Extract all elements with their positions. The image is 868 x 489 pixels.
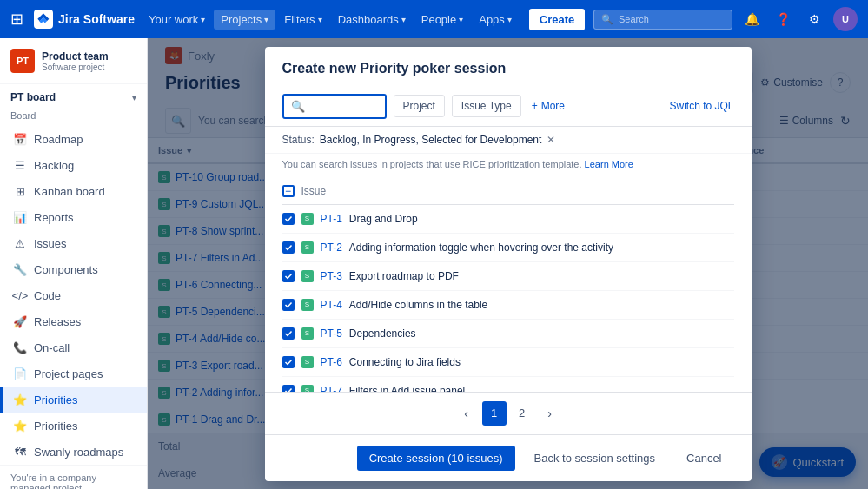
modal-status-bar: Status: Backlog, In Progress, Selected f…	[265, 127, 752, 154]
switch-to-jql-button[interactable]: Switch to JQL	[669, 100, 733, 112]
sidebar-item-roadmap[interactable]: 📅 Roadmap	[0, 126, 147, 152]
project-avatar: PT	[10, 49, 35, 73]
sidebar-item-label: Reports	[34, 211, 74, 224]
top-navigation: ⊞ Jira Software Your work ▾ Projects ▾ F…	[0, 0, 868, 38]
issue-text: Export roadmap to PDF	[349, 270, 459, 282]
code-icon: </>	[13, 288, 27, 302]
sidebar-item-reports[interactable]: 📊 Reports	[0, 204, 147, 230]
issue-checkbox[interactable]	[282, 270, 295, 282]
sidebar-item-backlog[interactable]: ☰ Backlog	[0, 152, 147, 178]
pages-icon: 📄	[13, 367, 27, 380]
cancel-button[interactable]: Cancel	[674, 446, 733, 471]
select-all-checkbox[interactable]	[282, 185, 295, 197]
issue-key[interactable]: PT-3	[321, 270, 342, 282]
sidebar-item-label: Backlog	[34, 159, 74, 172]
sidebar-item-issues[interactable]: ⚠ Issues	[0, 230, 147, 256]
modal-hint: You can search issues in projects that u…	[265, 154, 752, 175]
issue-text: Connecting to Jira fields	[349, 356, 461, 368]
sidebar-item-swanly[interactable]: 🗺 Swanly roadmaps	[0, 439, 147, 465]
pagination-page-2[interactable]: 2	[510, 401, 534, 426]
sidebar-item-components[interactable]: 🔧 Components	[0, 256, 147, 282]
modal-issue-list-header: Issue	[282, 178, 734, 205]
issue-checkbox[interactable]	[282, 299, 295, 311]
issue-key[interactable]: PT-4	[321, 299, 342, 311]
status-clear-button[interactable]: ✕	[547, 134, 555, 146]
nav-people[interactable]: People ▾	[414, 10, 470, 30]
chevron-icon: ▾	[318, 15, 322, 24]
modal-issue-row: S PT-2 Adding information toggle when ho…	[282, 234, 734, 262]
sidebar-project-header: PT Product team Software project	[0, 38, 147, 84]
chevron-icon: ▾	[201, 15, 205, 24]
learn-more-link[interactable]: Learn More	[585, 159, 633, 169]
notifications-button[interactable]: 🔔	[739, 7, 764, 31]
app-logo[interactable]: Jira Software	[34, 10, 135, 29]
issue-key[interactable]: PT-1	[321, 213, 342, 225]
roadmap-icon: 📅	[13, 132, 27, 146]
kanban-icon: ⊞	[13, 184, 27, 198]
sidebar-item-oncall[interactable]: 📞 On-call	[0, 334, 147, 360]
issue-text: Dependencies	[349, 327, 416, 340]
issue-key[interactable]: PT-2	[321, 241, 342, 254]
issue-checkbox[interactable]	[282, 385, 295, 392]
issue-column-header: Issue	[301, 185, 327, 197]
project-name: Product team	[42, 50, 136, 63]
nav-projects[interactable]: Projects ▾	[214, 10, 275, 30]
search-icon: 🔍	[291, 100, 305, 113]
grid-icon[interactable]: ⊞	[10, 10, 23, 29]
sidebar-item-label: Issues	[34, 237, 67, 250]
issue-type-icon: S	[301, 213, 314, 225]
sidebar-footer: You're in a company-managed project Lear…	[0, 465, 147, 489]
sidebar-item-priorities[interactable]: ⭐ Priorities	[0, 387, 147, 413]
bell-icon: 🔔	[745, 12, 759, 26]
sidebar-item-label: Releases	[34, 315, 81, 328]
pagination-page-1[interactable]: 1	[482, 401, 507, 426]
modal-issue-row: S PT-4 Add/Hide columns in the table	[282, 291, 734, 320]
sidebar: PT Product team Software project PT boar…	[0, 38, 148, 489]
search-box[interactable]: 🔍 Search	[593, 10, 732, 30]
sidebar-item-releases[interactable]: 🚀 Releases	[0, 308, 147, 334]
user-avatar[interactable]: U	[833, 7, 858, 31]
modal-search-input[interactable]: 🔍	[282, 94, 387, 119]
issue-key[interactable]: PT-6	[321, 356, 342, 368]
sidebar-item-label: Kanban board	[34, 185, 105, 198]
issue-checkbox[interactable]	[282, 356, 295, 368]
priorities-icon: ⭐	[13, 393, 27, 406]
sidebar-item-project-pages[interactable]: 📄 Project pages	[0, 360, 147, 387]
sidebar-item-code[interactable]: </> Code	[0, 282, 147, 308]
issue-checkbox[interactable]	[282, 327, 295, 340]
pagination-next[interactable]: ›	[538, 401, 562, 426]
create-button[interactable]: Create	[529, 9, 585, 30]
modal-filter-bar: 🔍 Project Issue Type + More Switch to JQ…	[265, 87, 752, 127]
nav-dashboards[interactable]: Dashboards ▾	[331, 10, 413, 30]
sidebar-item-kanban[interactable]: ⊞ Kanban board	[0, 178, 147, 204]
pagination-prev[interactable]: ‹	[454, 401, 479, 426]
sidebar-board-header[interactable]: PT board ▾	[0, 84, 147, 110]
modal-issue-row: S PT-3 Export roadmap to PDF	[282, 262, 734, 291]
add-more-filter-button[interactable]: + More	[532, 100, 565, 112]
issue-type-icon: S	[301, 299, 314, 311]
releases-icon: 🚀	[13, 314, 27, 328]
issue-text: Adding information toggle when hovering …	[349, 241, 613, 254]
chevron-down-icon: ▾	[132, 93, 136, 102]
issue-checkbox[interactable]	[282, 213, 295, 225]
sidebar-item-priorities2[interactable]: ⭐ Priorities	[0, 413, 147, 439]
issue-key[interactable]: PT-5	[321, 327, 342, 340]
nav-filters[interactable]: Filters ▾	[277, 10, 328, 30]
settings-button[interactable]: ⚙	[802, 7, 826, 31]
issue-type-icon: S	[301, 241, 314, 254]
chevron-icon: ▾	[507, 15, 512, 24]
issue-checkbox[interactable]	[282, 241, 295, 254]
help-button[interactable]: ❓	[771, 7, 795, 31]
modal-issue-row: S PT-5 Dependencies	[282, 320, 734, 348]
nav-your-work[interactable]: Your work ▾	[142, 10, 212, 30]
sidebar-item-label: Project pages	[34, 367, 103, 380]
filter-issue-type-tab[interactable]: Issue Type	[452, 95, 521, 117]
issue-text: Add/Hide columns in the table	[349, 299, 487, 311]
chevron-icon: ▾	[401, 15, 406, 24]
back-to-settings-button[interactable]: Back to session settings	[522, 446, 667, 471]
nav-apps[interactable]: Apps ▾	[472, 10, 519, 30]
filter-project-tab[interactable]: Project	[394, 95, 445, 117]
create-session-button[interactable]: Create session (10 issues)	[357, 446, 515, 471]
issue-text: Drag and Drop	[349, 213, 418, 225]
issue-key[interactable]: PT-7	[321, 385, 342, 392]
